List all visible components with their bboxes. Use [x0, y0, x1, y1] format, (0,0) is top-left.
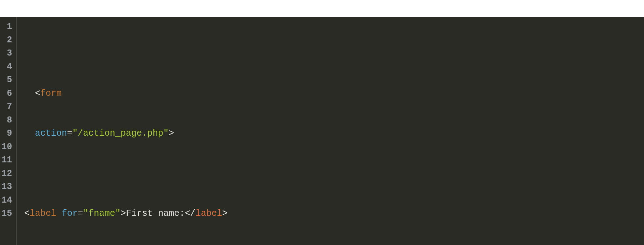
line-number: 3 [0, 47, 14, 60]
line-number: 4 [0, 60, 14, 74]
code-line [24, 47, 644, 60]
equals: = [78, 208, 83, 219]
tag-label-close: label [195, 208, 222, 219]
equals: = [67, 128, 72, 139]
quote: " [163, 128, 169, 139]
angle-bracket: > [222, 208, 228, 219]
line-number: 15 [0, 207, 14, 220]
line-number: 14 [0, 194, 14, 207]
line-number: 7 [0, 100, 14, 114]
angle-bracket: < [35, 88, 40, 99]
space [56, 208, 62, 219]
indent [24, 88, 35, 99]
quote: " [83, 208, 88, 219]
line-number: 12 [0, 167, 14, 181]
angle-bracket: > [169, 128, 174, 139]
line-number: 8 [0, 114, 14, 127]
code-line [24, 167, 644, 181]
line-number: 1 [0, 20, 14, 33]
string-fname: fname [88, 208, 115, 219]
tag-label: label [30, 208, 56, 219]
attr-action: action [35, 128, 67, 139]
attr-for: for [62, 208, 78, 219]
line-number: 2 [0, 33, 14, 47]
code-line: <label for="fname">First name:</label> [24, 207, 644, 220]
line-number: 5 [0, 73, 14, 87]
line-number: 11 [0, 153, 14, 167]
code-area[interactable]: <form action="/action_page.php"> <label … [17, 17, 644, 245]
top-whitespace [0, 0, 644, 17]
line-number: 10 [0, 140, 14, 154]
indent [24, 128, 35, 139]
line-number: 13 [0, 180, 14, 194]
tag-form: form [40, 88, 62, 99]
code-line: <form [24, 87, 644, 100]
angle-bracket: < [24, 208, 30, 219]
line-number: 6 [0, 87, 14, 100]
code-line: action="/action_page.php"> [24, 127, 644, 140]
string-action: /action_page.php [78, 128, 163, 139]
angle-bracket: </ [185, 208, 195, 219]
code-editor: 1 2 3 4 5 6 7 8 9 10 11 12 13 14 15 <for… [0, 17, 644, 245]
angle-bracket: > [121, 208, 126, 219]
quote: " [72, 128, 78, 139]
text-firstname: First name: [126, 208, 185, 219]
quote: " [115, 208, 121, 219]
line-number: 9 [0, 127, 14, 140]
line-number-gutter: 1 2 3 4 5 6 7 8 9 10 11 12 13 14 15 [0, 17, 17, 245]
